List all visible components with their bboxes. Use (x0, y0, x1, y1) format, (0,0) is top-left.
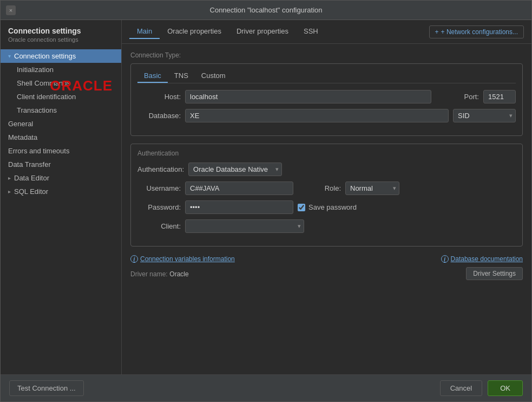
auth-type-row: Authentication: Oracle Database Native K… (137, 163, 516, 176)
role-select-wrapper: Normal SYSDBA SYSOPER (345, 181, 399, 195)
sidebar-item-label: Initialization (17, 66, 54, 74)
dialog-title: Connection "localhost" configuration (210, 6, 323, 14)
authentication-section: Authentication Authentication: Oracle Da… (130, 144, 523, 247)
sidebar-item-transactions[interactable]: Transactions (1, 103, 121, 117)
driver-row: Driver name: Oracle Driver Settings (130, 267, 523, 280)
driver-name-value: Oracle (169, 270, 188, 278)
sidebar-item-data-editor[interactable]: ▸ Data Editor (1, 171, 121, 185)
sidebar-item-sql-editor[interactable]: ▸ SQL Editor (1, 185, 121, 198)
client-row: Client: (137, 219, 516, 233)
database-input[interactable] (185, 109, 449, 122)
tab-basic[interactable]: Basic (137, 69, 168, 83)
connection-type-box: Basic TNS Custom Host: Port: (130, 63, 523, 136)
sidebar-item-label: Errors and timeouts (8, 147, 69, 155)
database-label: Database: (137, 112, 181, 120)
save-password-checkbox[interactable] (298, 204, 305, 211)
ok-button[interactable]: OK (488, 380, 523, 396)
sidebar-item-label: SQL Editor (14, 187, 48, 196)
username-label: Username: (137, 184, 181, 192)
sidebar-item-label: General (8, 120, 33, 128)
client-label: Client: (137, 222, 181, 230)
sidebar-item-connection-settings[interactable]: ▾ Connection settings (1, 49, 121, 63)
tab-bar: Main Oracle properties Driver properties… (129, 24, 326, 39)
close-button[interactable]: × (6, 5, 16, 15)
host-label: Host: (137, 93, 181, 101)
username-input[interactable] (185, 181, 293, 195)
sidebar-item-label: Metadata (8, 133, 37, 141)
bottom-bar: Test Connection ... Cancel OK (1, 374, 531, 401)
cancel-button[interactable]: Cancel (440, 380, 482, 396)
chevron-right-icon: ▸ (8, 175, 11, 181)
chevron-right-icon: ▸ (8, 189, 11, 194)
port-input[interactable] (483, 90, 516, 103)
links-row: i Connection variables information i Dat… (130, 255, 523, 263)
tab-oracle-properties[interactable]: Oracle properties (160, 24, 229, 39)
tab-main[interactable]: Main (129, 24, 160, 39)
sidebar-nav: ▾ Connection settings Initialization She… (1, 45, 121, 374)
username-role-row: Username: Role: Normal SYSDBA SYSOPER (137, 181, 516, 195)
driver-settings-button[interactable]: Driver Settings (466, 267, 523, 280)
driver-name-group: Driver name: Oracle (130, 270, 189, 278)
sidebar-item-label: Connection settings (14, 52, 76, 60)
save-password-label: Save password (308, 203, 357, 211)
sidebar-item-label: Data Transfer (8, 160, 51, 168)
sidebar-item-label: Transactions (17, 106, 57, 114)
database-type-wrapper: SID Service Name (453, 109, 516, 122)
info-icon: i (130, 255, 138, 263)
driver-name-label: Driver name: (130, 270, 168, 278)
db-doc-label: Database documentation (451, 255, 523, 263)
panel-body: Connection Type: Basic TNS Custom (122, 44, 531, 374)
info-icon: i (441, 255, 449, 263)
tab-driver-properties[interactable]: Driver properties (229, 24, 296, 39)
auth-select-wrapper: Oracle Database Native Kerberos OS Authe… (188, 163, 282, 176)
chevron-down-icon: ▾ (8, 53, 11, 59)
database-type-select[interactable]: SID Service Name (453, 109, 516, 122)
sidebar-item-general[interactable]: General (1, 117, 121, 131)
role-label: Role: (298, 184, 341, 192)
database-row: Database: SID Service Name (137, 109, 516, 122)
db-doc-link[interactable]: i Database documentation (441, 255, 523, 263)
role-select[interactable]: Normal SYSDBA SYSOPER (345, 181, 399, 195)
panel-header: Main Oracle properties Driver properties… (122, 20, 531, 44)
save-password-row: Save password (298, 203, 357, 211)
plus-icon: + (435, 28, 439, 36)
tab-custom[interactable]: Custom (195, 69, 232, 83)
auth-label: Authentication: (137, 165, 184, 173)
oracle-logo: ORACLE (50, 77, 113, 94)
right-panel: Main Oracle properties Driver properties… (122, 20, 531, 374)
client-select[interactable] (185, 219, 304, 233)
sidebar-item-metadata[interactable]: Metadata (1, 131, 121, 144)
host-input[interactable] (185, 90, 431, 103)
sidebar: Connection settings Oracle connection se… (1, 20, 122, 374)
sidebar-item-errors-timeouts[interactable]: Errors and timeouts (1, 144, 121, 158)
authentication-section-label: Authentication (137, 150, 516, 157)
test-connection-button[interactable]: Test Connection ... (9, 380, 84, 396)
sidebar-item-data-transfer[interactable]: Data Transfer (1, 158, 121, 171)
sidebar-header-title: Connection settings (8, 27, 114, 35)
auth-select[interactable]: Oracle Database Native Kerberos OS Authe… (188, 163, 282, 176)
tab-ssh[interactable]: SSH (296, 24, 326, 39)
client-select-wrapper (185, 219, 304, 233)
connection-vars-link[interactable]: i Connection variables information (130, 255, 235, 263)
password-label: Password: (137, 203, 181, 211)
connection-type-tabs: Basic TNS Custom (137, 69, 516, 83)
sidebar-item-initialization[interactable]: Initialization (1, 63, 121, 76)
password-row: Password: Save password (137, 200, 516, 214)
connection-type-label: Connection Type: (130, 51, 523, 59)
connection-vars-label: Connection variables information (140, 255, 235, 263)
password-input[interactable] (185, 200, 293, 214)
bottom-right-buttons: Cancel OK (440, 380, 523, 396)
host-port-row: Host: Port: (137, 90, 516, 103)
tab-tns[interactable]: TNS (168, 69, 195, 83)
sidebar-header-subtitle: Oracle connection settings (8, 36, 114, 43)
title-bar: × Connection "localhost" configuration (1, 1, 531, 20)
sidebar-item-label: Data Editor (14, 174, 49, 182)
network-configurations-button[interactable]: + + Network configurations... (429, 25, 524, 38)
dialog-window: × Connection "localhost" configuration C… (0, 0, 532, 402)
port-label: Port: (436, 93, 479, 101)
main-content: Connection settings Oracle connection se… (1, 20, 531, 374)
sidebar-header: Connection settings Oracle connection se… (1, 20, 121, 45)
